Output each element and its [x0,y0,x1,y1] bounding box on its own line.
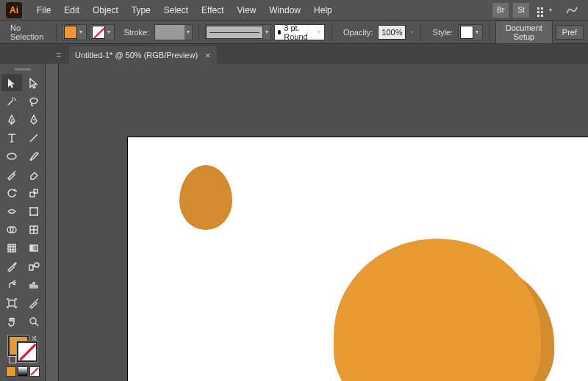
perspective-grid-tool[interactable] [24,221,44,238]
hand-tool[interactable] [1,313,22,330]
document-tab[interactable]: Untitled-1* @ 50% (RGB/Preview) × [69,46,217,64]
stock-button[interactable]: St [513,3,529,18]
no-stroke-icon [92,26,105,39]
draw-modes [6,366,40,377]
slice-tool[interactable] [24,294,44,311]
chevron-down-icon: ▾ [77,26,85,39]
vertical-ruler[interactable] [46,64,59,381]
paintbrush-tool[interactable] [24,148,44,164]
svg-point-7 [29,214,31,216]
blend-tool[interactable] [24,258,44,275]
default-fill-stroke-icon[interactable] [9,356,16,363]
selection-label: No Selection [4,23,50,41]
stroke-color-swatch[interactable]: ▾ [90,24,115,40]
document-tab-title: Untitled-1* @ 50% (RGB/Preview) [75,51,198,59]
document-setup-button[interactable]: Document Setup [495,21,553,44]
mesh-tool[interactable] [1,239,22,256]
stroke-weight-label: Stroke: [118,28,151,37]
rotate-tool[interactable] [1,184,22,201]
svg-point-17 [30,318,36,324]
bridge-button[interactable]: Br [492,3,509,18]
stroke-weight-value [155,25,184,40]
line-segment-tool[interactable] [24,129,44,146]
ellipse-tool[interactable] [1,148,22,164]
width-tool[interactable] [1,203,22,219]
magic-wand-tool[interactable] [1,92,22,109]
menu-window[interactable]: Window [263,2,306,18]
svg-rect-12 [8,244,15,252]
graphic-style-swatch[interactable]: ▾ [458,24,483,40]
artboard-tool[interactable] [1,294,22,311]
close-tab-icon[interactable]: × [205,50,211,61]
svg-rect-13 [30,245,37,251]
control-bar: No Selection ▾ ▾ Stroke: ▾ ▾ 3 pt. Round… [0,20,588,44]
chevron-down-icon: ▾ [184,26,192,39]
style-none-icon [460,26,473,39]
document-tab-bar: Untitled-1* @ 50% (RGB/Preview) × [0,44,588,64]
menubar: Ai File Edit Object Type Select Effect V… [0,0,588,20]
menu-edit[interactable]: Edit [58,2,85,18]
chevron-down-icon: ▾ [105,26,112,39]
gpu-performance-icon[interactable] [560,4,584,17]
column-graph-tool[interactable] [24,276,44,293]
type-tool[interactable] [1,129,22,146]
brush-dot-icon [278,30,281,35]
direct-selection-tool[interactable] [24,74,44,91]
artboard[interactable] [128,137,588,381]
app-logo[interactable]: Ai [6,2,22,18]
svg-point-0 [33,119,35,120]
panel-grip-icon[interactable] [56,49,62,59]
svg-point-8 [37,214,38,216]
selection-tool[interactable] [1,74,22,91]
stroke-weight-input[interactable]: ▾ [154,24,193,40]
svg-rect-16 [9,300,15,306]
toolbox-grip-icon[interactable] [0,65,45,73]
shape-builder-tool[interactable] [1,221,22,238]
zoom-tool[interactable] [24,313,44,330]
brush-definition[interactable]: 3 pt. Round ▾ [274,24,325,40]
artwork-egg-small[interactable] [179,165,232,230]
artwork-egg-front[interactable] [334,239,541,381]
fill-color-swatch[interactable]: ▾ [62,24,87,40]
preferences-button[interactable]: Pref [556,25,584,40]
style-label: Style: [427,28,456,37]
menu-file[interactable]: File [31,2,57,18]
gradient-tool[interactable] [24,239,44,256]
opacity-input[interactable]: 100% [378,25,406,40]
main-area: ⤭ [0,64,588,381]
arrange-documents-icon[interactable]: ▾ [532,2,559,18]
stroke-profile-preview [206,26,263,39]
svg-point-6 [37,207,38,208]
stroke-well[interactable] [17,341,37,362]
variable-width-profile[interactable]: ▾ [205,24,271,40]
menu-help[interactable]: Help [308,2,338,18]
eyedropper-tool[interactable] [1,258,22,275]
menu-object[interactable]: Object [87,2,124,18]
fill-stroke-wells[interactable]: ⤭ [7,334,39,363]
chevron-down-icon: ▾ [473,26,481,39]
canvas-area[interactable] [46,64,588,381]
chevron-down-icon: ▾ [263,26,270,39]
pen-tool[interactable] [1,111,22,128]
symbol-sprayer-tool[interactable] [1,276,22,293]
free-transform-tool[interactable] [24,203,44,219]
opacity-label: Opacity: [337,28,375,37]
lasso-tool[interactable] [24,92,44,109]
scale-tool[interactable] [24,184,44,201]
toolbox: ⤭ [0,64,46,381]
menu-view[interactable]: View [232,2,262,18]
curvature-tool[interactable] [24,111,44,128]
svg-point-1 [7,153,16,159]
svg-rect-4 [30,208,37,215]
shaper-tool[interactable] [1,166,22,183]
svg-point-5 [29,207,31,208]
color-mode-none[interactable] [29,366,40,377]
color-mode-solid[interactable] [6,366,16,377]
menu-select[interactable]: Select [158,2,194,18]
eraser-tool[interactable] [24,166,44,183]
menu-effect[interactable]: Effect [196,2,229,18]
opacity-flyout-icon[interactable]: › [409,26,414,39]
menu-type[interactable]: Type [126,2,157,18]
svg-point-15 [35,263,39,267]
color-mode-gradient[interactable] [18,366,28,377]
